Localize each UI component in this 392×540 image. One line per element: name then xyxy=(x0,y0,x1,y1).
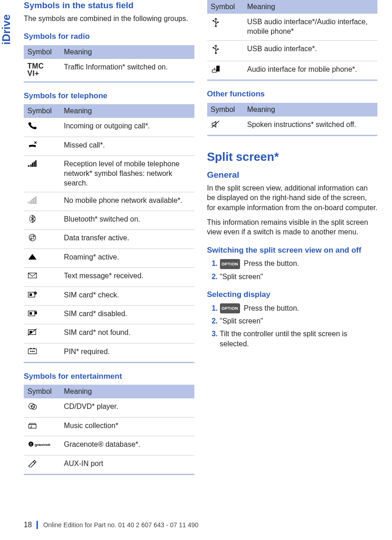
table-row: PIN* required. xyxy=(24,343,194,362)
list-item: "Split screen" xyxy=(220,316,378,326)
svg-rect-47 xyxy=(216,66,220,72)
svg-rect-11 xyxy=(35,196,37,203)
tmc-icon: TMC VI+ xyxy=(24,59,60,82)
svg-rect-42 xyxy=(217,21,219,23)
cd-dvd-icon xyxy=(24,398,60,417)
table-row: Text message* received. xyxy=(24,268,194,286)
svg-rect-6 xyxy=(35,160,37,167)
svg-rect-10 xyxy=(34,198,35,203)
svg-point-43 xyxy=(212,20,214,21)
svg-point-35 xyxy=(33,407,35,408)
table-header-row: Symbol Meaning xyxy=(24,45,194,59)
table-header-row: Symbol Meaning xyxy=(24,104,194,118)
svg-point-29 xyxy=(33,350,35,352)
svg-rect-31 xyxy=(33,348,35,349)
table-row: USB audio interface*/Audio interface, mo… xyxy=(207,14,378,40)
cell-meaning: AUX-IN port xyxy=(60,455,194,474)
svg-rect-5 xyxy=(34,162,35,167)
sim-not-found-icon xyxy=(24,324,60,343)
right-column: Symbol Meaning USB audio interface*/Audi… xyxy=(207,0,378,480)
mobile-audio-icon xyxy=(207,61,244,80)
th-symbol: Symbol xyxy=(207,103,244,116)
data-transfer-icon xyxy=(24,230,60,249)
th-meaning: Meaning xyxy=(60,45,194,59)
cell-meaning: Music collection* xyxy=(60,417,194,436)
table-row: Data transfer active. xyxy=(24,230,194,249)
speaker-mute-icon xyxy=(207,116,244,136)
th-meaning: Meaning xyxy=(244,103,378,116)
table-row: Reception level of mobile telephone netw… xyxy=(24,156,194,192)
svg-point-7 xyxy=(28,201,30,203)
table-row: TMC VI+ Traffic Information* switched on… xyxy=(24,59,194,82)
list-item: OPTION Press the button. xyxy=(220,303,378,314)
cell-meaning: Text message* received. xyxy=(60,268,194,286)
steps-selecting: OPTION Press the button. "Split screen" … xyxy=(207,303,378,349)
svg-rect-19 xyxy=(30,293,32,296)
cell-meaning: SIM card* disabled. xyxy=(60,305,194,324)
cell-meaning: Spoken instructions* switched off. xyxy=(244,116,378,136)
svg-rect-3 xyxy=(31,164,32,167)
envelope-icon xyxy=(24,268,60,286)
heading-switching: Switching the split screen view on and o… xyxy=(207,245,378,255)
cell-meaning: SIM card* check. xyxy=(60,286,194,305)
heading-selecting: Selecting display xyxy=(207,290,378,299)
bluetooth-icon xyxy=(24,211,60,230)
cell-meaning: No mobile phone network available*. xyxy=(60,192,194,211)
svg-rect-45 xyxy=(217,48,219,50)
table-telephone: Symbol Meaning Incoming or outgoing call… xyxy=(24,104,194,363)
svg-point-27 xyxy=(30,350,31,352)
svg-rect-4 xyxy=(32,163,33,167)
usb-trident-icon xyxy=(207,14,244,40)
svg-rect-22 xyxy=(35,312,37,314)
svg-point-41 xyxy=(215,25,217,27)
side-tab-idrive: iDrive xyxy=(0,0,16,46)
table-row: Music collection* xyxy=(24,417,194,436)
table-entertainment-2: Symbol Meaning USB audio interface*/Audi… xyxy=(207,0,378,81)
cell-meaning: Roaming* active. xyxy=(60,249,194,267)
signal-bars-empty-icon xyxy=(24,192,60,211)
list-item: Tilt the controller until the split scre… xyxy=(220,329,378,349)
general-paragraph-2: This information remains visible in the … xyxy=(207,217,378,237)
table-row: Spoken instructions* switched off. xyxy=(207,116,378,136)
cell-meaning: SIM card* not found. xyxy=(60,324,194,343)
th-symbol: Symbol xyxy=(24,45,60,59)
phone-call-icon xyxy=(24,118,60,137)
sim-lock-icon xyxy=(24,305,60,324)
svg-marker-14 xyxy=(28,254,37,259)
manual-page: iDrive Symbols in the status field The s… xyxy=(0,0,392,540)
table-row: ✓ SIM card* check. xyxy=(24,286,194,305)
cell-meaning: CD/DVD* player. xyxy=(60,398,194,417)
table-header-row: Symbol Meaning xyxy=(207,0,378,14)
cell-meaning: Data transfer active. xyxy=(60,230,194,249)
aux-jack-icon xyxy=(24,455,60,474)
svg-rect-30 xyxy=(30,348,32,349)
table-row: No mobile phone network available*. xyxy=(24,192,194,211)
svg-rect-21 xyxy=(30,312,32,314)
general-paragraph-1: In the split screen view, additional inf… xyxy=(207,183,378,213)
signal-bars-icon xyxy=(24,156,60,192)
svg-rect-48 xyxy=(212,70,216,72)
svg-point-34 xyxy=(31,405,37,410)
list-item: "Split screen" xyxy=(220,272,378,282)
music-collection-icon xyxy=(24,417,60,436)
table-row: Bluetooth* switched on. xyxy=(24,211,194,230)
heading-symbols-radio: Symbols for radio xyxy=(24,32,194,41)
cell-meaning: Traffic Information* switched on. xyxy=(60,59,194,82)
page-footer: 18 Online Edition for Part no. 01 40 2 6… xyxy=(24,521,377,529)
left-column: Symbols in the status field The symbols … xyxy=(24,0,194,480)
intro-text: The symbols are combined in the followin… xyxy=(24,14,194,24)
svg-point-44 xyxy=(215,52,217,54)
roaming-triangle-icon xyxy=(24,249,60,267)
cell-meaning: Incoming or outgoing call*. xyxy=(60,118,194,137)
svg-rect-8 xyxy=(31,201,32,203)
th-symbol: Symbol xyxy=(24,104,60,118)
svg-rect-37 xyxy=(30,423,36,424)
svg-rect-36 xyxy=(29,424,36,428)
th-meaning: Meaning xyxy=(60,385,194,398)
table-row: SIM card* not found. xyxy=(24,324,194,343)
heading-symbols-entertainment: Symbols for entertainment xyxy=(24,371,194,381)
cell-meaning: USB audio interface*/Audio interface, mo… xyxy=(244,14,378,40)
table-other: Symbol Meaning Spoken instructions* swit… xyxy=(207,103,378,136)
table-row: AUX-IN port xyxy=(24,455,194,474)
svg-point-28 xyxy=(32,350,33,352)
